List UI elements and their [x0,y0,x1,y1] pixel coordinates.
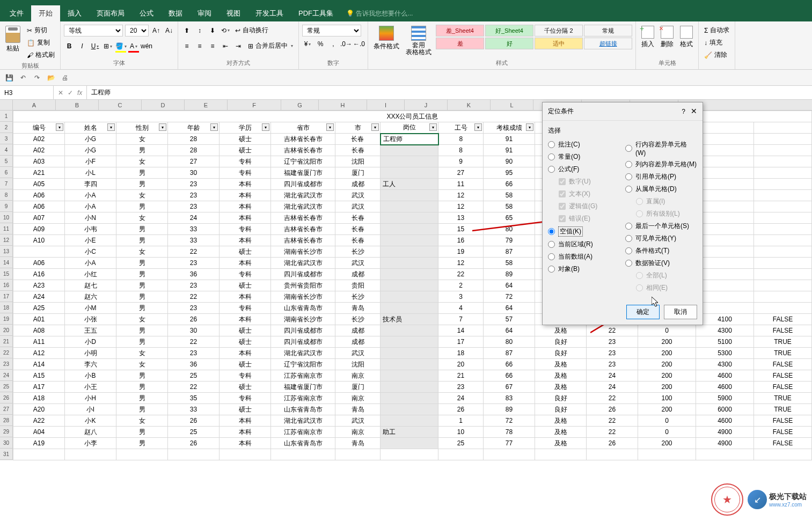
save-button[interactable]: 💾 [4,73,14,83]
cell[interactable]: A06 [13,201,65,212]
cell[interactable]: 良好 [535,348,587,359]
cell[interactable]: 吉林省长春市 [271,134,335,145]
cell[interactable]: 福建省厦门市 [271,381,335,393]
cell[interactable] [696,449,754,460]
cell[interactable]: 辽宁省沈阳市 [271,156,335,167]
formula-input[interactable]: 工程师 [87,88,812,97]
select-all-corner[interactable] [0,100,13,110]
cell[interactable]: 24 [438,393,484,404]
row-header[interactable]: 26 [0,392,13,403]
cell[interactable]: 男 [116,404,168,415]
col-header-J[interactable]: J [405,100,448,110]
cell[interactable]: A02 [13,145,65,156]
cell[interactable]: 四川省成都市 [271,179,335,190]
cell[interactable]: 19 [438,246,484,258]
cell[interactable]: 男 [116,280,168,291]
cell[interactable]: 长春 [335,235,381,246]
row-header[interactable]: 3 [0,133,13,144]
cell[interactable] [754,190,812,201]
cell[interactable] [754,246,812,258]
radio-col-diff[interactable]: 列内容差异单元格(M) [625,158,697,171]
cell[interactable]: 91 [484,134,535,145]
cell[interactable]: 小李 [65,438,116,449]
cell[interactable]: 4 [438,303,484,314]
wrap-button[interactable]: ↩ 自动换行 [233,25,270,36]
cell[interactable]: A12 [13,348,65,359]
cell[interactable] [381,393,438,404]
cell[interactable]: 男 [116,291,168,303]
filter-button[interactable]: ▾ [429,123,437,131]
cell[interactable] [696,235,754,246]
fill-button[interactable]: ↓ 填充 [702,37,731,48]
cell[interactable]: A04 [13,427,65,438]
cell[interactable]: 26 [168,415,220,427]
cell[interactable]: 长沙 [335,291,381,303]
cell[interactable]: 硕士 [220,404,271,415]
row-header[interactable]: 5 [0,156,13,167]
cell[interactable] [696,156,754,167]
cell[interactable]: 及格 [535,370,587,381]
font-color-button[interactable]: A▾ [128,41,139,52]
cell[interactable]: 89 [484,269,535,280]
cell[interactable]: 赵七 [65,280,116,291]
cell[interactable] [381,212,438,224]
column-header[interactable]: 性别▾ [116,122,168,134]
cell[interactable] [754,269,812,280]
cell[interactable]: 22 [168,336,220,348]
cell[interactable] [381,156,438,167]
style-gallery[interactable]: 差_Sheet4 好_Sheet4 千位分隔 2 常规 差 好 适中 超链接 [436,25,632,49]
tab-dev[interactable]: 开发工具 [248,5,291,21]
cell[interactable] [381,224,438,235]
cell[interactable]: 女 [116,156,168,167]
cell[interactable]: A11 [13,336,65,348]
cell[interactable] [535,449,587,460]
cell[interactable]: 硕士 [220,359,271,370]
cell[interactable]: 良好 [535,336,587,348]
cell[interactable]: 专科 [220,156,271,167]
cell[interactable]: 成都 [335,269,381,280]
filter-button[interactable]: ▾ [371,123,379,131]
row-header[interactable]: 22 [0,347,13,358]
dialog-close-button[interactable]: ✕ [691,107,697,115]
cell[interactable]: 江苏省南京市 [271,393,335,404]
cell[interactable] [754,156,812,167]
cell[interactable]: 80 [484,224,535,235]
increase-font-button[interactable]: A↑ [151,25,162,36]
cell[interactable]: 长春 [335,212,381,224]
filter-button[interactable]: ▾ [326,123,334,131]
row-header[interactable]: 16 [0,280,13,291]
cell[interactable]: 武汉 [335,258,381,269]
cell[interactable] [65,449,116,460]
cell[interactable]: 23 [168,303,220,314]
cell[interactable]: 25 [168,370,220,381]
tab-formulas[interactable]: 公式 [132,5,161,21]
cell[interactable] [381,404,438,415]
painter-button[interactable]: 🖌 格式刷 [25,49,57,61]
cell[interactable]: 91 [484,145,535,156]
cell[interactable] [220,449,271,460]
row-header[interactable]: 29 [0,426,13,437]
cell[interactable]: 及格 [535,427,587,438]
cell[interactable]: 本科 [220,438,271,449]
cell[interactable]: 长春 [335,134,381,145]
cell[interactable]: 79 [484,235,535,246]
cell[interactable]: 山东省青岛市 [271,303,335,314]
cell[interactable]: 11 [438,179,484,190]
cell[interactable]: 30 [168,167,220,179]
cell[interactable]: 2 [438,280,484,291]
cell[interactable]: FALSE [754,381,812,393]
cell[interactable]: 专科 [220,393,271,404]
col-header-H[interactable]: H [319,100,367,110]
cell[interactable] [696,212,754,224]
filter-button[interactable]: ▾ [526,123,533,131]
cell[interactable]: 女 [116,212,168,224]
cell[interactable]: 男 [116,393,168,404]
cell[interactable]: 女 [116,190,168,201]
cell[interactable]: 小C [65,246,116,258]
radio-row-diff[interactable]: 行内容差异单元格(W) [625,138,697,158]
filter-button[interactable]: ▾ [56,123,63,131]
cell[interactable]: A16 [13,269,65,280]
cell[interactable] [754,145,812,156]
cell[interactable] [696,190,754,201]
row-header[interactable]: 31 [0,449,13,460]
